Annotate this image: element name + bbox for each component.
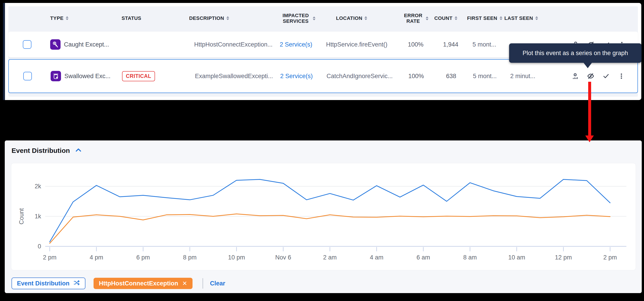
column-label: DESCRIPTION <box>189 15 224 21</box>
column-label: ERROR RATE <box>403 13 424 24</box>
table-row-selected[interactable]: Swallowed Exc... CRITICAL ExampleSwallow… <box>8 59 638 93</box>
row-actions <box>542 72 638 80</box>
svg-text:6 am: 6 am <box>416 254 430 261</box>
hide-event-icon[interactable] <box>586 72 595 80</box>
table-header-row: TYPE STATUS DESCRIPTION IMPACTED SERVICE… <box>8 6 638 30</box>
arrow-head <box>585 135 594 142</box>
annotation-arrow-down <box>585 82 594 143</box>
series-button-label: Event Distribution <box>17 280 70 287</box>
remove-series-icon[interactable]: ✕ <box>182 280 187 287</box>
column-label: LOCATION <box>336 15 362 21</box>
divider <box>202 278 203 289</box>
sort-icon[interactable] <box>364 16 367 20</box>
sort-icon[interactable] <box>66 16 68 20</box>
location-cell: HttpService.fireEvent() <box>322 41 397 48</box>
row-checkbox-cell <box>9 72 46 80</box>
error-rate-cell: 100% <box>398 73 435 80</box>
column-label: LAST SEEN <box>504 15 533 21</box>
column-label: FIRST SEEN <box>467 15 497 21</box>
chart-legend-row: Event Distribution HttpHostConnectExcept… <box>7 278 225 289</box>
svg-text:12 pm: 12 pm <box>555 254 572 261</box>
svg-text:4 pm: 4 pm <box>90 254 103 261</box>
chip-label: HttpHostConnectException <box>99 280 178 287</box>
clear-series-link[interactable]: Clear <box>210 280 225 287</box>
arrow-shaft <box>588 82 591 136</box>
type-cell: Caught Except... <box>46 39 114 50</box>
row-checkbox-cell <box>8 40 46 49</box>
sort-icon[interactable] <box>500 16 502 20</box>
last-seen-cell: 2 minut... <box>505 73 542 80</box>
kebab-menu-icon[interactable] <box>617 72 626 80</box>
svg-text:8 pm: 8 pm <box>183 254 196 261</box>
column-header-location[interactable]: LOCATION <box>322 15 397 21</box>
event-type-label: Caught Except... <box>64 41 109 48</box>
svg-text:2 am: 2 am <box>323 254 337 261</box>
sort-icon[interactable] <box>313 16 316 20</box>
svg-text:2 pm: 2 pm <box>603 254 617 261</box>
tooltip-caret <box>583 62 592 68</box>
section-header: Event Distribution <box>12 147 82 154</box>
tooltip-text: Plot this event as a series on the graph <box>523 50 628 57</box>
column-label: STATUS <box>122 15 141 21</box>
resolve-check-icon[interactable] <box>602 72 610 80</box>
swallowed-exception-icon <box>50 71 61 81</box>
series-chip-httphostconnectexception[interactable]: HttpHostConnectException ✕ <box>94 278 193 289</box>
count-cell: 1,944 <box>434 41 467 48</box>
plot-event-tooltip: Plot this event as a series on the graph <box>509 43 642 63</box>
column-header-type[interactable]: TYPE <box>46 15 114 21</box>
count-cell: 638 <box>435 73 468 80</box>
location-cell: CatchAndIgnoreServic... <box>323 73 398 80</box>
column-header-error-rate[interactable]: ERROR RATE <box>397 13 434 24</box>
row-checkbox[interactable] <box>23 40 32 49</box>
status-cell: CRITICAL <box>114 71 172 81</box>
svg-text:0: 0 <box>38 243 41 250</box>
column-header-impacted-services[interactable]: IMPACTED SERVICES <box>274 13 322 24</box>
first-seen-cell: 5 mont... <box>467 41 504 48</box>
description-cell[interactable]: HttpHostConnectException... <box>171 41 274 48</box>
impacted-services-link[interactable]: 2 Service(s) <box>274 73 323 80</box>
svg-text:2 pm: 2 pm <box>43 254 56 261</box>
event-type-label: Swallowed Exc... <box>64 73 110 80</box>
collapse-chevron-icon[interactable] <box>75 147 82 154</box>
svg-text:Count: Count <box>18 208 25 225</box>
svg-text:6 pm: 6 pm <box>136 254 150 261</box>
sort-icon[interactable] <box>226 16 229 20</box>
column-header-status[interactable]: STATUS <box>114 15 171 21</box>
sort-icon[interactable] <box>535 16 538 20</box>
svg-text:10 pm: 10 pm <box>228 254 245 261</box>
column-header-last-seen[interactable]: LAST SEEN <box>504 15 542 21</box>
svg-text:1k: 1k <box>34 213 41 220</box>
section-title: Event Distribution <box>12 147 70 154</box>
first-seen-cell: 5 mont... <box>468 73 505 80</box>
svg-text:10 am: 10 am <box>508 254 525 261</box>
description-cell[interactable]: ExampleSwallowedExcepti... <box>172 73 274 80</box>
caught-exception-icon <box>50 39 60 50</box>
svg-text:Nov 6: Nov 6 <box>275 254 291 261</box>
error-rate-cell: 100% <box>397 41 434 48</box>
column-header-first-seen[interactable]: FIRST SEEN <box>467 15 504 21</box>
svg-text:2k: 2k <box>34 183 41 190</box>
plot-series-icon[interactable] <box>571 72 580 80</box>
svg-text:8 am: 8 am <box>463 254 477 261</box>
column-label: TYPE <box>50 15 64 21</box>
sort-icon[interactable] <box>455 16 457 20</box>
event-distribution-series-button[interactable]: Event Distribution <box>12 278 86 289</box>
event-distribution-chart: 01k2k2 pm4 pm6 pm8 pm10 pmNov 62 am4 am6… <box>11 163 636 270</box>
column-label: IMPACTED SERVICES <box>281 13 310 24</box>
app-sidebar-edge <box>3 3 5 100</box>
column-header-count[interactable]: COUNT <box>434 15 467 21</box>
impacted-services-link[interactable]: 2 Service(s) <box>274 41 322 48</box>
row-checkbox[interactable] <box>23 72 32 80</box>
event-distribution-chart-panel: 01k2k2 pm4 pm6 pm8 pm10 pmNov 62 am4 am6… <box>11 163 636 270</box>
column-label: COUNT <box>434 15 452 21</box>
critical-badge: CRITICAL <box>122 71 155 81</box>
type-cell: Swallowed Exc... <box>46 71 114 81</box>
sort-icon[interactable] <box>426 16 428 20</box>
column-header-description[interactable]: DESCRIPTION <box>171 15 274 21</box>
event-distribution-section: Event Distribution 01k2k2 pm4 pm6 pm8 pm… <box>5 140 642 293</box>
shuffle-series-icon <box>73 279 80 288</box>
svg-text:4 am: 4 am <box>370 254 384 261</box>
